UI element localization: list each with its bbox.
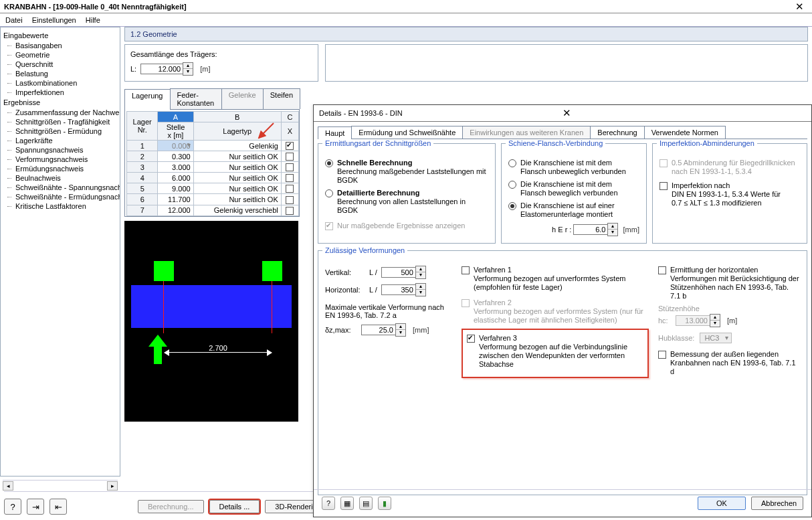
menu-file[interactable]: Datei (5, 16, 23, 24)
dlg-tool3-icon[interactable]: ▮ (378, 497, 391, 510)
rail-fixed[interactable]: Die Kranschiene ist mit dem Flansch unbe… (508, 159, 639, 176)
length-spinner[interactable]: ▴▾ (183, 62, 193, 76)
tree-item[interactable]: Ermüdungsnachweis (2, 164, 118, 173)
tree-item[interactable]: Schweißnähte - Spannungsnach (2, 183, 118, 192)
dialog-tabs: Haupt Ermüdung und Schweißnähte Einwirku… (318, 126, 807, 139)
ok-button[interactable]: OK (698, 497, 746, 510)
tree-item[interactable]: Basisangaben (2, 41, 118, 50)
length-L: L: (130, 65, 136, 73)
tree-item[interactable]: Lagerkräfte (2, 136, 118, 145)
3d-viewport[interactable]: 2.700 (124, 221, 298, 422)
radio-icon (508, 159, 516, 167)
checkbox-icon[interactable] (286, 185, 294, 193)
length-group: Gesamtlänge des Trägers: L: ▴▾ [m] (124, 44, 318, 82)
support-marker (262, 261, 282, 281)
checkbox-icon[interactable] (286, 196, 294, 204)
horiz-input[interactable] (381, 284, 416, 295)
cancel-button[interactable]: Abbrechen (751, 497, 803, 510)
cb-imp-din[interactable]: Imperfektion nachDIN EN 1993-1-1, 5.3.4 … (659, 181, 800, 207)
col-B[interactable]: B (193, 112, 281, 122)
tree-item[interactable]: Lastkombinationen (2, 78, 118, 88)
fs-imperfection: Imperfektion-Abminderungen 0.5 Abminderu… (652, 143, 807, 244)
dialog-close-icon[interactable]: ✕ (563, 107, 806, 119)
checkbox-icon[interactable] (286, 163, 294, 171)
dtab-normen[interactable]: Verwendete Normen (644, 126, 726, 139)
nav-tree[interactable]: Eingabewerte BasisangabenGeometrieQuersc… (0, 27, 120, 476)
tab-gelenke[interactable]: Gelenke (221, 88, 264, 109)
table-row[interactable]: 46.000Nur seitlich OK (127, 173, 299, 183)
table-row[interactable]: 10.000Gelenkig (127, 141, 299, 151)
rail-elastomer[interactable]: Die Kranschiene ist auf einer Elastomeru… (508, 201, 639, 219)
dlg-tool2-icon[interactable]: ▤ (359, 497, 373, 510)
vert-input[interactable] (381, 267, 416, 278)
tree-item[interactable]: Imperfektionen (2, 88, 118, 97)
beam-shape (131, 285, 292, 328)
tab-steifen[interactable]: Steifen (263, 88, 300, 109)
col-A[interactable]: A (158, 112, 193, 122)
calc-button[interactable]: Berechnung... (138, 500, 204, 513)
dtab-haupt[interactable]: Haupt (318, 126, 352, 139)
rail-movable[interactable]: Die Kranschiene ist mit dem Flansch bewe… (508, 180, 639, 197)
tree-group-results[interactable]: Ergebnisse (2, 97, 118, 108)
dtab-berechnung[interactable]: Berechnung (590, 126, 644, 139)
fs-rail-legend: Schiene-Flansch-Verbindung (506, 139, 605, 147)
opt-detailed[interactable]: Detaillierte BerechnungBerechnung von al… (325, 189, 488, 215)
tree-item[interactable]: Kritische Lastfaktoren (2, 201, 118, 211)
dtab-ermuedung[interactable]: Ermüdung und Schweißnähte (351, 126, 463, 139)
table-row[interactable]: 712.000Gelenkig verschiebl (127, 205, 299, 215)
tree-item[interactable]: Verformungsnachweis (2, 155, 118, 164)
tree-item[interactable]: Belastung (2, 69, 118, 78)
import-icon[interactable]: ⇥ (27, 499, 44, 515)
cb-verfahren1[interactable]: Verfahren 1Verformung bezogen auf unverf… (462, 266, 649, 292)
checkbox-icon (325, 222, 333, 230)
fs-def-legend: Zulässige Verformungen (322, 246, 407, 254)
tree-item[interactable]: Schnittgrößen - Tragfähigkeit (2, 117, 118, 126)
menu-help[interactable]: Hilfe (86, 16, 100, 24)
checkbox-icon[interactable] (286, 142, 294, 150)
support-table[interactable]: LagerNr. A B C Stellex [m] Lagertyp X 10… (126, 111, 299, 216)
table-row[interactable]: 611.700Nur seitlich OK (127, 194, 299, 205)
support-line (272, 281, 272, 333)
checkbox-icon[interactable] (286, 153, 294, 161)
tree-item[interactable]: Spannungsnachweis (2, 145, 118, 155)
dialog-footer: ? ▦ ▤ ▮ OK Abbrechen (314, 489, 811, 517)
dz-input[interactable] (361, 325, 396, 335)
help-icon[interactable]: ? (4, 499, 21, 515)
dlg-help-icon[interactable]: ? (322, 497, 335, 510)
checkbox-icon[interactable] (286, 174, 294, 182)
h-er-row: h E r : ▴▾ [mm] (508, 223, 639, 236)
cb-only-governing: Nur maßgebende Ergebnisse anzeigen (325, 222, 488, 230)
export-icon[interactable]: ⇤ (49, 499, 67, 515)
opt-fast[interactable]: Schnelle BerechnungBerechnung maßgebende… (325, 159, 488, 185)
dtab-einwirkungen[interactable]: Einwirkungen aus weiteren Kranen (462, 126, 591, 139)
checkbox-icon[interactable] (286, 207, 294, 215)
h-er-input[interactable] (573, 224, 608, 235)
tree-item[interactable]: Schweißnähte - Ermüdungsnach (2, 192, 118, 201)
cb-outer-runways[interactable]: Bemessung der außen liegenden Kranbahnen… (658, 350, 800, 376)
tab-feder[interactable]: Feder-Konstanten (170, 88, 222, 109)
tree-group-inputs[interactable]: Eingabewerte (2, 30, 118, 41)
checkbox-icon (462, 299, 470, 307)
tree-item[interactable]: Geometrie (2, 50, 118, 60)
scroll-left-icon[interactable]: ◂ (3, 481, 13, 491)
close-icon[interactable]: ✕ (791, 1, 808, 13)
hubklasse-row: Hubklasse: HC3 (658, 333, 800, 343)
tree-item[interactable]: Zusammenfassung der Nachwe (2, 108, 118, 117)
tree-item[interactable]: Schnittgrößen - Ermüdung (2, 126, 118, 136)
tab-lagerung[interactable]: Lagerung (124, 89, 171, 110)
col-C[interactable]: C (281, 112, 298, 122)
tree-item[interactable]: Querschnitt (2, 60, 118, 69)
length-unit: [m] (200, 65, 210, 73)
cb-horiz-calc[interactable]: Ermittlung der horizontalen Verformungen… (658, 266, 800, 300)
details-button[interactable]: Details ... (209, 500, 260, 513)
menu-settings[interactable]: Einstellungen (32, 16, 76, 24)
table-row[interactable]: 33.000Nur seitlich OK (127, 162, 299, 173)
dlg-tool1-icon[interactable]: ▦ (340, 497, 354, 510)
cb-verfahren3[interactable]: Verfahren 3Verformung bezogen auf die Ve… (467, 334, 643, 369)
tree-item[interactable]: Beulnachweis (2, 173, 118, 183)
table-row[interactable]: 20.300Nur seitlich OK (127, 151, 299, 162)
table-row[interactable]: 59.000Nur seitlich OK (127, 183, 299, 194)
length-input[interactable] (140, 64, 183, 74)
tree-hscroll[interactable]: ◂ ▸ (3, 480, 118, 491)
scroll-right-icon[interactable]: ▸ (107, 481, 118, 491)
